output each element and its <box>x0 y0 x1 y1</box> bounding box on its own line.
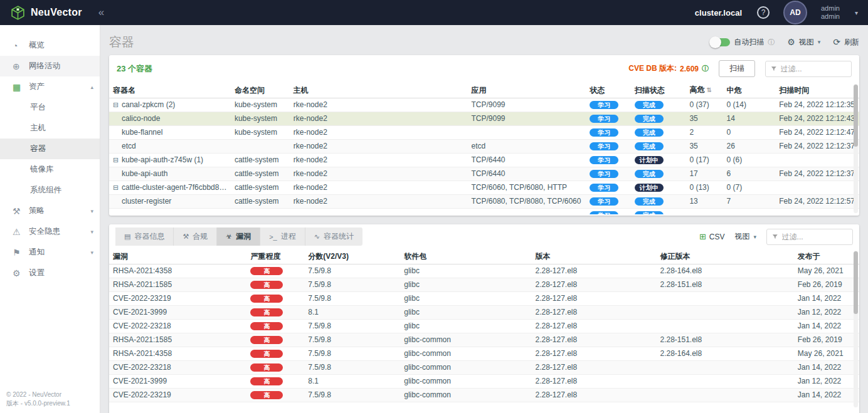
vulnerability-row[interactable]: RHSA-2021:4358 高 7.5/9.8 glibc-common 2.… <box>109 347 859 361</box>
col-published[interactable]: 发布于 <box>794 249 859 264</box>
expand-collapse-icon[interactable]: ⊟ <box>113 100 122 110</box>
sidebar-item[interactable]: 镜像库 <box>0 159 100 180</box>
neuvector-logo-icon <box>10 5 26 21</box>
scrollbar-thumb[interactable] <box>854 251 858 314</box>
auto-scan-toggle[interactable] <box>711 38 730 46</box>
container-row[interactable]: 学习 完成 <box>109 209 859 215</box>
col-namespace[interactable]: 命名空间 <box>231 82 290 98</box>
col-version[interactable]: 版本 <box>531 249 656 264</box>
container-row[interactable]: ⊟canal-zpkcm (2) kube-system rke-node2 T… <box>109 98 859 112</box>
vulnerabilities-scrollbar[interactable] <box>854 251 858 407</box>
severity-cell: 高 <box>246 389 304 402</box>
details-view-button[interactable]: 视图 ▾ <box>734 231 756 242</box>
state-cell: 学习 <box>586 140 630 154</box>
containers-filter-input[interactable] <box>781 65 846 73</box>
col-high[interactable]: 高危⇅ <box>685 82 722 98</box>
scan-status-badge: 完成 <box>635 115 664 123</box>
refresh-button[interactable]: ⟳ 刷新 <box>833 37 859 48</box>
col-container-name[interactable]: 容器名 <box>109 82 231 98</box>
container-row[interactable]: calico-node kube-system rke-node2 TCP/90… <box>109 112 859 126</box>
high-count-cell: 0 (13) <box>685 181 722 195</box>
vulnerabilities-filter[interactable] <box>766 229 853 245</box>
container-name-cell: cluster-register <box>109 195 231 209</box>
expand-collapse-icon[interactable]: ⊟ <box>113 155 122 165</box>
sidebar-item[interactable]: ⚑ 通知 ▾ <box>0 242 100 263</box>
col-host[interactable]: 主机 <box>290 82 468 98</box>
sidebar-item[interactable]: 平台 <box>0 97 100 118</box>
scan-status-cell: 完成 <box>631 209 686 215</box>
sidebar-item-caret-icon: ▾ <box>90 208 93 214</box>
user-menu[interactable]: admin admin <box>821 4 840 21</box>
col-score[interactable]: 分数(V2/V3) <box>304 249 400 264</box>
col-vulnerability[interactable]: 漏洞 <box>109 249 246 264</box>
view-button[interactable]: ⚙ 视图 ▾ <box>787 37 820 48</box>
col-medium[interactable]: 中危 <box>723 82 776 98</box>
vulnerability-row[interactable]: CVE-2022-23219 高 7.5/9.8 glibc-common 2.… <box>109 389 859 402</box>
sidebar-item[interactable]: ▦ 资产 ▴ <box>0 76 100 97</box>
col-applications[interactable]: 应用 <box>467 82 586 98</box>
sidebar-item[interactable]: ⊕ 网络活动 <box>0 56 100 76</box>
fixed-version-cell: 2.28-151.el8 <box>656 333 793 347</box>
container-row[interactable]: kube-api-auth cattle-system rke-node2 TC… <box>109 167 859 181</box>
help-icon[interactable]: ? <box>757 6 770 19</box>
sidebar-item-icon: ⚙ <box>13 268 29 278</box>
vulnerability-row[interactable]: CVE-2022-23219 高 7.5/9.8 glibc 2.28-127.… <box>109 292 859 306</box>
expand-collapse-icon[interactable]: ⊟ <box>113 183 122 192</box>
container-row[interactable]: etcd rke-node2 etcd 学习 完成 35 26 Feb 24, … <box>109 140 859 154</box>
sidebar-item[interactable]: 主机 <box>0 118 100 139</box>
vulnerability-row[interactable]: RHSA-2021:1585 高 7.5/9.8 glibc-common 2.… <box>109 333 859 347</box>
high-count-cell: 13 <box>685 195 722 209</box>
vulnerabilities-filter-input[interactable] <box>782 233 847 241</box>
scrollbar-thumb[interactable] <box>854 85 858 147</box>
details-tab[interactable]: ∿ 容器统计 <box>305 227 363 246</box>
scan-status-badge: 完成 <box>635 142 664 150</box>
published-cell: Jan 12, 2022 <box>794 375 859 389</box>
user-menu-caret-icon[interactable]: ▾ <box>855 9 858 16</box>
sidebar-item[interactable]: ⚙ 设置 <box>0 263 100 283</box>
user-name: admin <box>821 4 840 13</box>
col-scan-time[interactable]: 扫描时间 <box>775 82 859 98</box>
sidebar-item[interactable]: ◔ 概览 <box>0 35 100 56</box>
vulnerability-row[interactable]: RHSA-2021:4358 高 7.5/9.8 glibc 2.28-127.… <box>109 264 859 278</box>
package-cell: glibc <box>400 320 531 333</box>
sidebar-item[interactable]: ⚒ 策略 ▾ <box>0 201 100 221</box>
funnel-icon <box>771 65 777 72</box>
sort-icon[interactable]: ⇅ <box>706 86 711 93</box>
details-tab[interactable]: >_ 进程 <box>260 227 305 246</box>
container-row[interactable]: ⊟cattle-cluster-agent-7f6cbbd8bd-fhvs ca… <box>109 181 859 195</box>
container-row[interactable]: kube-flannel kube-system rke-node2 学习 完成… <box>109 126 859 140</box>
col-severity[interactable]: 严重程度 <box>246 249 304 264</box>
sidebar-collapse-button[interactable]: « <box>98 6 104 19</box>
vulnerability-row[interactable]: CVE-2022-23218 高 7.5/9.8 glibc-common 2.… <box>109 361 859 375</box>
vulnerability-row[interactable]: CVE-2021-3999 高 8.1 glibc-common 2.28-12… <box>109 375 859 389</box>
scan-button[interactable]: 扫描 <box>719 60 755 77</box>
sidebar-item-label: 主机 <box>30 123 46 133</box>
avatar[interactable]: AD <box>785 2 806 23</box>
details-tab[interactable]: ⚒ 合规 <box>174 227 217 246</box>
vulnerability-row[interactable]: CVE-2022-23218 高 7.5/9.8 glibc 2.28-127.… <box>109 320 859 333</box>
container-row[interactable]: cluster-register cattle-system rke-node2… <box>109 195 859 209</box>
sidebar-item[interactable]: 系统组件 <box>0 180 100 201</box>
sidebar-item[interactable]: 容器 <box>0 139 100 159</box>
namespace-cell: kube-system <box>231 126 290 140</box>
col-state[interactable]: 状态 <box>586 82 630 98</box>
vulnerability-row[interactable]: RHSA-2021:1585 高 7.5/9.8 glibc 2.28-127.… <box>109 278 859 292</box>
details-tabbar: ▤ 容器信息 ⚒ 合规 ☣ 漏洞 >_ 进程 <box>109 224 859 249</box>
sidebar-item-label: 通知 <box>29 247 45 258</box>
auto-scan-group: 自动扫描 ⓘ <box>711 37 775 48</box>
state-badge: 学习 <box>590 142 618 150</box>
col-fixed-version[interactable]: 修正版本 <box>656 249 793 264</box>
sidebar-item[interactable]: ⚠ 安全隐患 ▾ <box>0 221 100 242</box>
col-scan-status[interactable]: 扫描状态 <box>631 82 686 98</box>
containers-filter[interactable] <box>765 61 852 77</box>
containers-scrollbar[interactable] <box>854 84 858 213</box>
scan-time-cell: Feb 24, 2022 12:12:35 <box>775 98 859 112</box>
csv-export-button[interactable]: ⊞ CSV <box>699 232 725 241</box>
details-tab[interactable]: ☣ 漏洞 <box>217 227 260 246</box>
fixed-version-cell: 2.28-164.el8 <box>656 347 793 361</box>
col-package[interactable]: 软件包 <box>400 249 531 264</box>
details-tab[interactable]: ▤ 容器信息 <box>115 227 174 246</box>
container-row[interactable]: ⊟kube-api-auth-z745w (1) cattle-system r… <box>109 154 859 167</box>
vulnerability-row[interactable]: CVE-2021-3999 高 8.1 glibc 2.28-127.el8 J… <box>109 306 859 320</box>
medium-count-cell: 0 (6) <box>723 154 776 167</box>
